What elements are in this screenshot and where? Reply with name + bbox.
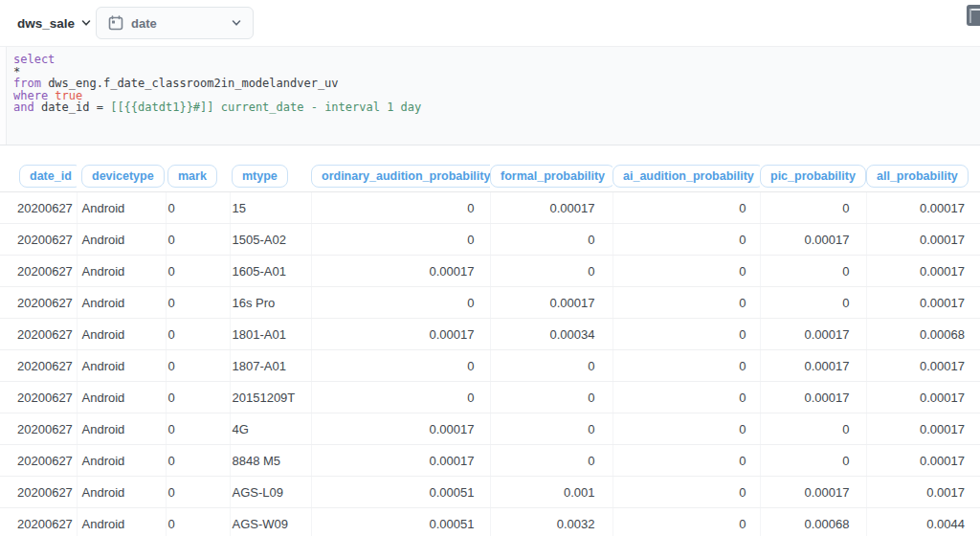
table-cell[interactable]: 4G xyxy=(230,413,311,445)
table-cell[interactable]: 20151209T xyxy=(230,382,311,413)
table-cell[interactable]: 0.00051 xyxy=(311,508,490,536)
table-cell[interactable]: 0 xyxy=(311,382,490,413)
table-cell[interactable]: 20200627 xyxy=(0,350,77,382)
table-cell[interactable]: 20200627 xyxy=(0,477,77,508)
table-cell[interactable]: 0.00051 xyxy=(311,477,490,508)
table-cell[interactable]: Android xyxy=(77,287,166,319)
table-cell[interactable]: 0 xyxy=(760,256,866,287)
column-header-pill[interactable]: pic_probability xyxy=(760,165,866,188)
table-cell[interactable]: 20200627 xyxy=(0,287,77,319)
table-cell[interactable]: 0.00017 xyxy=(311,445,490,477)
table-cell[interactable]: 0.0044 xyxy=(866,508,980,536)
column-header-pill[interactable]: date_id xyxy=(19,165,77,188)
table-cell[interactable]: 0 xyxy=(166,287,230,319)
table-cell[interactable]: 0 xyxy=(490,413,612,445)
table-cell[interactable]: 20200627 xyxy=(0,256,77,287)
table-cell[interactable]: 0 xyxy=(612,350,760,382)
table-cell[interactable]: Android xyxy=(77,445,166,477)
table-cell[interactable]: 20200627 xyxy=(0,319,77,350)
table-cell[interactable]: 0.00017 xyxy=(866,224,980,256)
table-cell[interactable]: Android xyxy=(77,256,166,287)
table-cell[interactable]: 0 xyxy=(760,445,866,477)
table-cell[interactable]: 0.00017 xyxy=(311,319,490,350)
table-cell[interactable]: 20200627 xyxy=(0,192,77,224)
table-cell[interactable]: 20200627 xyxy=(0,224,77,256)
column-header-pill[interactable]: ai_audition_probability xyxy=(612,165,760,188)
table-cell[interactable]: 0 xyxy=(612,256,760,287)
table-cell[interactable]: 0.0032 xyxy=(490,508,612,536)
table-cell[interactable]: 20200627 xyxy=(0,508,77,536)
table-cell[interactable]: 0 xyxy=(311,287,490,319)
column-header-pill[interactable]: devicetype xyxy=(81,165,165,188)
table-cell[interactable]: 0 xyxy=(612,287,760,319)
table-cell[interactable]: 0.00017 xyxy=(866,192,980,224)
table-cell[interactable]: 0 xyxy=(166,445,230,477)
table-cell[interactable]: 0.00017 xyxy=(866,287,980,319)
table-cell[interactable]: 0 xyxy=(612,445,760,477)
table-cell[interactable]: 0 xyxy=(166,413,230,445)
table-cell[interactable]: 0.00017 xyxy=(866,256,980,287)
table-cell[interactable]: 1605-A01 xyxy=(230,256,311,287)
table-cell[interactable]: 0.00017 xyxy=(866,413,980,445)
table-cell[interactable]: 0 xyxy=(612,413,760,445)
table-cell[interactable]: 0 xyxy=(166,477,230,508)
table-cell[interactable]: Android xyxy=(77,192,166,224)
table-cell[interactable]: 15 xyxy=(230,192,311,224)
table-cell[interactable]: 0.00017 xyxy=(760,319,866,350)
table-cell[interactable]: 1807-A01 xyxy=(230,350,311,382)
table-cell[interactable]: 0.00068 xyxy=(760,508,866,536)
table-cell[interactable]: Android xyxy=(77,224,166,256)
table-cell[interactable]: 0.00017 xyxy=(760,224,866,256)
column-header-pill[interactable]: mark xyxy=(167,165,217,188)
table-cell[interactable]: 16s Pro xyxy=(230,287,311,319)
table-cell[interactable]: 0 xyxy=(166,350,230,382)
date-filter-dropdown[interactable]: date xyxy=(96,7,254,39)
sql-query-text[interactable]: select * from dws_eng.f_date_classroom2i… xyxy=(13,54,421,114)
table-cell[interactable]: 0 xyxy=(612,382,760,413)
table-cell[interactable]: 0.00017 xyxy=(866,350,980,382)
table-cell[interactable]: 0 xyxy=(760,287,866,319)
table-cell[interactable]: 0 xyxy=(311,192,490,224)
table-cell[interactable]: 0 xyxy=(612,477,760,508)
column-header-pill[interactable]: all_probability xyxy=(866,165,969,188)
table-cell[interactable]: 0 xyxy=(311,350,490,382)
table-cell[interactable]: 0 xyxy=(612,319,760,350)
table-cell[interactable]: 0 xyxy=(490,382,612,413)
table-cell[interactable]: 0.00017 xyxy=(490,287,612,319)
table-cell[interactable]: Android xyxy=(77,508,166,536)
table-cell[interactable]: 0 xyxy=(166,192,230,224)
sql-editor[interactable]: select * from dws_eng.f_date_classroom2i… xyxy=(0,46,980,145)
table-cell[interactable]: 0 xyxy=(490,350,612,382)
table-cell[interactable]: 0.00017 xyxy=(311,256,490,287)
table-cell[interactable]: 0 xyxy=(490,445,612,477)
table-cell[interactable]: 0 xyxy=(166,508,230,536)
table-cell[interactable]: 0.00017 xyxy=(866,445,980,477)
table-cell[interactable]: Android xyxy=(77,382,166,413)
column-header-pill[interactable]: mtype xyxy=(232,165,288,188)
table-cell[interactable]: 0.00017 xyxy=(760,477,866,508)
table-cell[interactable]: 20200627 xyxy=(0,382,77,413)
table-cell[interactable]: Android xyxy=(77,477,166,508)
table-cell[interactable]: 0 xyxy=(166,256,230,287)
table-cell[interactable]: AGS-L09 xyxy=(230,477,311,508)
table-cell[interactable]: 8848 M5 xyxy=(230,445,311,477)
notebook-panel-icon[interactable] xyxy=(967,5,980,26)
table-cell[interactable]: 0 xyxy=(166,319,230,350)
table-cell[interactable]: 0 xyxy=(612,224,760,256)
table-cell[interactable]: 1801-A01 xyxy=(230,319,311,350)
table-cell[interactable]: 0.001 xyxy=(490,477,612,508)
table-cell[interactable]: 0.00017 xyxy=(311,413,490,445)
table-cell[interactable]: 0 xyxy=(490,224,612,256)
column-header-pill[interactable]: formal_probability xyxy=(490,165,612,188)
table-cell[interactable]: 0 xyxy=(760,192,866,224)
table-cell[interactable]: 1505-A02 xyxy=(230,224,311,256)
table-cell[interactable]: 0 xyxy=(760,413,866,445)
table-cell[interactable]: 0.00017 xyxy=(490,192,612,224)
table-cell[interactable]: 0.00017 xyxy=(760,382,866,413)
table-cell[interactable]: 20200627 xyxy=(0,413,77,445)
database-picker[interactable]: dws_sale xyxy=(17,0,91,46)
table-cell[interactable]: Android xyxy=(77,350,166,382)
table-cell[interactable]: 0 xyxy=(166,382,230,413)
table-cell[interactable]: 0.00068 xyxy=(866,319,980,350)
table-cell[interactable]: 0 xyxy=(166,224,230,256)
